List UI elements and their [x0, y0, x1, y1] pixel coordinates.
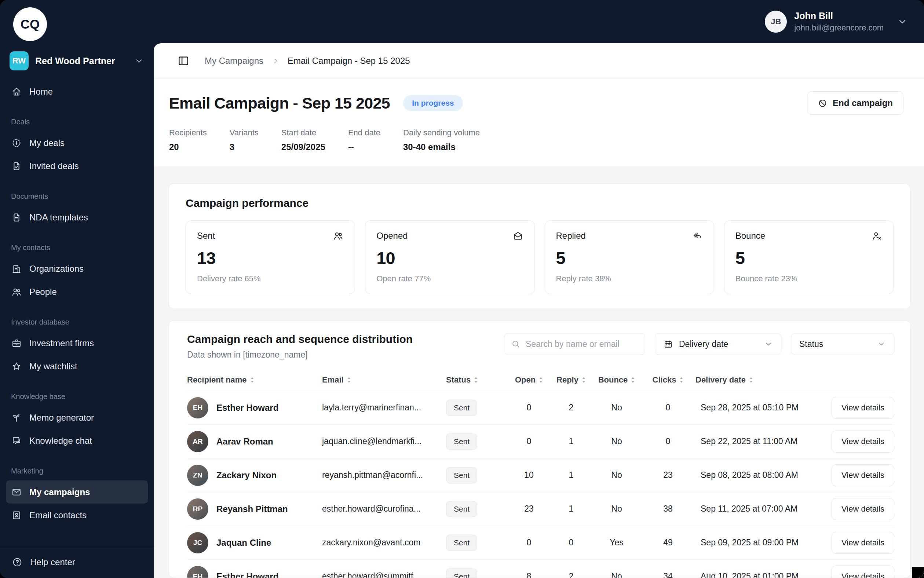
view-details-button[interactable]: View details	[831, 430, 894, 453]
breadcrumb-item-my-campaigns[interactable]: My Campaigns	[205, 56, 263, 66]
avatar: ZN	[187, 465, 208, 486]
workspace-name: Red Wood Partner	[35, 56, 127, 67]
reply-cell: 1	[549, 470, 593, 480]
open-cell: 8	[508, 572, 549, 578]
star-icon	[11, 361, 22, 372]
recipient-email: reyansh.pittman@acornfi...	[322, 470, 446, 480]
mail-icon	[11, 487, 22, 498]
delivery-date-cell: Sep 09, 2025 at 09:00 PM	[695, 537, 809, 547]
performance-card-replied: Replied5Reply rate 38%	[545, 221, 714, 294]
sidebar-item-nda-templates[interactable]: NDA templates	[6, 206, 148, 229]
deal-icon	[11, 138, 22, 149]
status-filter[interactable]: Status	[791, 333, 894, 355]
sort-icon	[749, 377, 753, 383]
sidebar-item-investment-firms[interactable]: Investment firms	[6, 331, 148, 355]
view-details-button[interactable]: View details	[831, 532, 894, 554]
sidebar-item-people[interactable]: People	[6, 280, 148, 303]
status-chip: Sent	[446, 434, 477, 450]
calendar-icon	[663, 339, 673, 349]
stat-label: Start date	[281, 128, 325, 138]
main-panel: My Campaigns Email Campaign - Sep 15 202…	[154, 43, 924, 578]
view-details-button[interactable]: View details	[831, 397, 894, 419]
recipient-name: Esther Howard	[216, 403, 278, 413]
sidebar-item-knowledge-chat[interactable]: Knowledge chat	[6, 429, 148, 452]
stat-card-subtext: Open rate 77%	[376, 274, 523, 284]
workspace-switcher[interactable]: RW Red Wood Partner	[6, 49, 148, 73]
status-cell: Sent	[446, 467, 508, 483]
delivery-date-cell: Sep 28, 2025 at 05:10 PM	[695, 403, 809, 412]
sidebar-section: DocumentsNDA templates	[6, 192, 148, 229]
column-header-clicks[interactable]: Clicks	[640, 375, 695, 385]
column-header-bounce[interactable]: Bounce	[593, 375, 640, 385]
sidebar-item-label: NDA templates	[29, 212, 88, 222]
avatar: JC	[187, 532, 208, 554]
open-cell: 0	[508, 403, 549, 412]
reply-cell: 0	[549, 537, 593, 547]
column-header-label: Reply	[557, 375, 578, 385]
end-campaign-button[interactable]: End campaign	[807, 91, 903, 115]
view-details-button[interactable]: View details	[831, 565, 894, 578]
avatar: AR	[187, 431, 208, 452]
people-icon	[11, 286, 22, 297]
sidebar-item-email-contacts[interactable]: Email contacts	[6, 503, 148, 527]
actions-cell: View details	[809, 397, 894, 419]
sidebar-item-label: Investment firms	[29, 338, 94, 348]
sidebar-item-invited-deals[interactable]: Invited deals	[6, 154, 148, 177]
sidebar-item-my-deals[interactable]: My deals	[6, 131, 148, 154]
sidebar-section-label: My contacts	[11, 244, 143, 252]
end-campaign-label: End campaign	[833, 98, 893, 108]
sidebar-toggle-icon[interactable]	[177, 54, 190, 68]
column-header-label: Status	[446, 375, 471, 385]
stat-card-value: 10	[376, 248, 523, 268]
bounce-cell: No	[593, 470, 640, 480]
app-window: CQ JB John Bill john.bill@greencore.com …	[0, 0, 924, 578]
reply-cell: 1	[549, 504, 593, 514]
mail-open-icon	[512, 230, 523, 241]
stat-card-header: Sent	[197, 230, 344, 241]
sidebar-section: MarketingMy campaignsEmail contacts	[6, 467, 148, 527]
clicks-cell: 23	[640, 470, 695, 480]
bounce-cell: No	[593, 572, 640, 578]
column-header-reply[interactable]: Reply	[549, 375, 593, 385]
sidebar-section: Home	[6, 80, 148, 103]
view-details-button[interactable]: View details	[831, 464, 894, 486]
sort-icon	[347, 377, 351, 383]
sidebar-item-help-center[interactable]: Help center	[0, 546, 154, 578]
column-header-status[interactable]: Status	[446, 375, 508, 385]
stat-card-header: Replied	[556, 230, 703, 241]
sort-icon	[631, 377, 635, 383]
column-header-recipient-name[interactable]: Recipient name	[187, 375, 322, 385]
search-input[interactable]	[525, 339, 638, 349]
status-chip: Sent	[446, 467, 477, 483]
stat-value: --	[348, 142, 380, 152]
sort-icon	[679, 377, 684, 383]
sidebar-item-memo-generator[interactable]: Memo generator	[6, 406, 148, 429]
delivery-date-filter[interactable]: Delivery date	[655, 333, 781, 355]
delivery-date-cell: Sep 11, 2025 at 07:00 AM	[695, 504, 809, 514]
recipient-email: zackary.nixon@avant.com	[322, 537, 446, 547]
stat-card-label: Sent	[197, 231, 215, 241]
sidebar-item-home[interactable]: Home	[6, 80, 148, 103]
table-row: ZNZackary Nixonreyansh.pittman@acornfi..…	[187, 458, 894, 492]
stat-card-value: 13	[197, 248, 344, 268]
actions-cell: View details	[809, 498, 894, 520]
view-details-button[interactable]: View details	[831, 498, 894, 520]
recipients-table: Recipient nameEmailStatusOpenReplyBounce…	[187, 369, 894, 578]
recipient-cell: JCJaquan Cline	[187, 532, 322, 554]
column-header-email[interactable]: Email	[322, 375, 446, 385]
search-field	[504, 333, 645, 355]
page-title: Email Campaign - Sep 15 2025	[169, 94, 390, 112]
delivery-date-cell: Aug 10, 2025 at 01:00 PM	[695, 572, 809, 578]
column-header-delivery-date[interactable]: Delivery date	[695, 375, 809, 385]
campaign-performance-card: Campaign performance Sent13Delivery rate…	[168, 183, 911, 309]
stat-value: 20	[169, 142, 207, 152]
recipient-name: Reyansh Pittman	[216, 504, 288, 514]
sidebar-item-my-watchlist[interactable]: My watchlist	[6, 355, 148, 378]
sidebar-item-organizations[interactable]: Organizations	[6, 257, 148, 280]
table-row: JCJaquan Clinezackary.nixon@avant.comSen…	[187, 526, 894, 559]
user-menu[interactable]: JB John Bill john.bill@greencore.com	[765, 11, 908, 32]
sidebar-item-my-campaigns[interactable]: My campaigns	[6, 481, 148, 503]
status-cell: Sent	[446, 501, 508, 517]
column-header-open[interactable]: Open	[508, 375, 549, 385]
stat-end-date: End date--	[348, 128, 380, 152]
